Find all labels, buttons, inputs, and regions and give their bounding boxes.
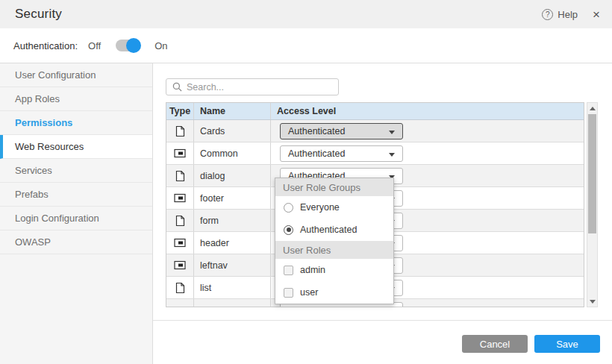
authentication-label: Authentication:: [13, 40, 78, 51]
sidebar-item-owasp[interactable]: OWASP: [0, 230, 152, 254]
dropdown-option-authenticated[interactable]: Authenticated: [275, 219, 393, 241]
resource-name: footer: [194, 187, 271, 209]
table-header-row: TypeNameAccess Level: [166, 103, 584, 120]
page-title: Security: [15, 7, 62, 22]
header-actions: ? Help ×: [542, 8, 600, 21]
page-icon: [166, 120, 194, 142]
access-level-value: Authenticated: [288, 148, 345, 159]
chevron-down-icon: [389, 131, 395, 134]
access-level-select[interactable]: Authenticated: [280, 123, 403, 139]
scroll-up-arrow-icon[interactable]: [587, 103, 597, 113]
checkbox-icon[interactable]: [284, 288, 293, 298]
dropdown-group-header: User Role Groups: [275, 178, 393, 196]
access-level-value: Authenticated: [288, 126, 345, 136]
sidebar-item-permissions[interactable]: Permissions: [0, 111, 152, 135]
sidebar-item-user-configuration[interactable]: User Configuration: [0, 63, 152, 87]
column-header-name: Name: [194, 103, 271, 119]
resource-name: Cards: [194, 120, 271, 142]
scrollbar-thumb[interactable]: [588, 114, 596, 233]
resource-name: Common: [194, 142, 271, 164]
sidebar-item-login-configuration[interactable]: Login Configuration: [0, 207, 152, 230]
resource-name: leftnav: [194, 254, 271, 276]
radio-selected-icon[interactable]: [284, 225, 293, 235]
help-button[interactable]: ? Help: [542, 9, 578, 20]
security-dialog: Security ? Help × Authentication: Off On…: [0, 0, 612, 364]
partial-icon: [166, 142, 194, 164]
access-level-cell: Authenticated: [271, 142, 584, 164]
table-scrollbar[interactable]: [587, 102, 598, 307]
search-input[interactable]: [187, 82, 332, 92]
dialog-footer: Cancel Save: [153, 320, 612, 364]
dropdown-option-user[interactable]: user: [275, 281, 393, 304]
radio-icon[interactable]: [284, 203, 293, 213]
column-header-type: Type: [166, 103, 194, 119]
sidebar-item-web-resources[interactable]: Web Resources: [0, 135, 152, 159]
dropdown-option-everyone[interactable]: Everyone: [275, 196, 393, 219]
resource-name: form: [194, 210, 271, 231]
sidebar-item-services[interactable]: Services: [0, 159, 152, 183]
authentication-toggle[interactable]: [116, 40, 140, 51]
save-button[interactable]: Save: [534, 335, 600, 353]
partial-icon: [166, 187, 194, 209]
sidebar-item-app-roles[interactable]: App Roles: [0, 87, 152, 111]
search-box: [166, 78, 339, 95]
option-label: Authenticated: [300, 225, 357, 235]
empty-type-cell: [166, 299, 194, 307]
main-panel: TypeNameAccess Level CardsAuthenticatedC…: [153, 63, 612, 364]
resource-name: list: [194, 277, 271, 298]
security-sidebar: User ConfigurationApp RolesPermissionsWe…: [0, 63, 153, 364]
table-row[interactable]: CardsAuthenticated: [166, 120, 584, 142]
chevron-down-icon: [389, 153, 395, 157]
access-level-cell: Authenticated: [271, 120, 584, 142]
partial-icon: [166, 232, 194, 254]
dialog-header: Security ? Help ×: [0, 0, 612, 28]
dropdown-group-header: User Roles: [275, 241, 393, 259]
page-icon: [166, 165, 194, 186]
toggle-on-label: On: [154, 40, 167, 51]
option-label: admin: [300, 265, 325, 275]
search-icon: [172, 82, 182, 92]
help-icon: ?: [542, 9, 553, 20]
toggle-knob: [126, 38, 141, 53]
cancel-button[interactable]: Cancel: [462, 335, 528, 353]
resource-name: header: [194, 232, 271, 254]
table-row[interactable]: CommonAuthenticated: [166, 142, 584, 165]
checkbox-icon[interactable]: [284, 266, 293, 275]
toggle-off-label: Off: [88, 40, 101, 51]
page-icon: [166, 277, 194, 298]
option-label: user: [300, 287, 318, 298]
access-level-dropdown-panel: User Role GroupsEveryoneAuthenticatedUse…: [275, 178, 394, 304]
sidebar-item-prefabs[interactable]: Prefabs: [0, 183, 152, 207]
option-label: Everyone: [300, 202, 340, 213]
help-label: Help: [558, 9, 578, 20]
close-icon[interactable]: ×: [593, 8, 600, 21]
partial-icon: [166, 254, 194, 276]
dropdown-option-admin[interactable]: admin: [275, 259, 393, 281]
access-level-select[interactable]: Authenticated: [280, 145, 403, 162]
column-header-access-level: Access Level: [271, 103, 584, 119]
authentication-bar: Authentication: Off On: [0, 28, 612, 63]
scroll-down-arrow-icon[interactable]: [587, 296, 597, 307]
page-icon: [166, 210, 194, 231]
resource-name: [194, 299, 271, 307]
resource-name: dialog: [194, 165, 271, 186]
